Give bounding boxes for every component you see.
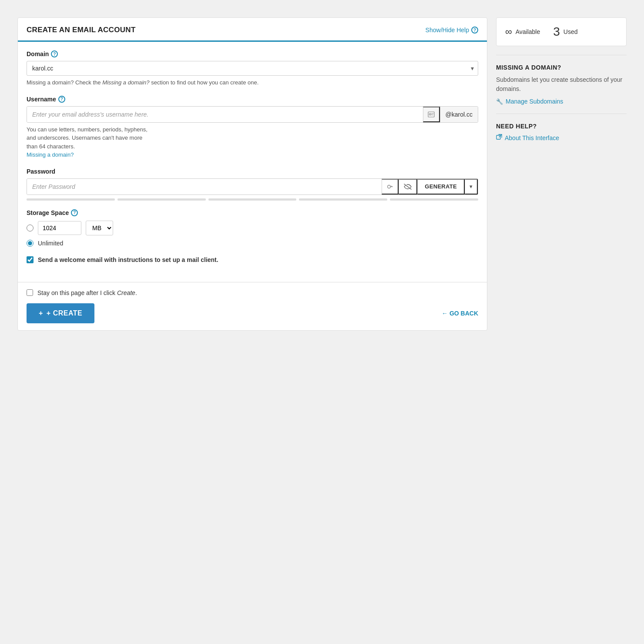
storage-custom-row: MB	[27, 221, 478, 235]
external-link-icon	[496, 134, 502, 141]
contact-card-icon	[428, 111, 435, 118]
manage-subdomains-label: Manage Subdomains	[506, 98, 563, 105]
generate-dropdown-button[interactable]: ▾	[465, 179, 478, 195]
storage-section: Storage Space ? MB Unlimited	[27, 209, 478, 247]
password-strength-icon-btn[interactable]	[382, 179, 399, 195]
password-input[interactable]	[27, 179, 382, 195]
strength-bar-3	[208, 198, 297, 201]
domain-label: Domain ?	[27, 50, 478, 57]
show-hide-help-label: Show/Hide Help	[426, 27, 469, 34]
domain-section: Domain ? karol.cc ▾ Missing a domain? Ch…	[27, 50, 478, 87]
username-input[interactable]	[27, 107, 423, 122]
main-panel: CREATE AN EMAIL ACCOUNT Show/Hide Help ?…	[17, 17, 487, 331]
sidebar-need-help-section: NEED HELP? About This Interface	[496, 114, 627, 150]
availability-card: ∞ Available 3 Used	[496, 17, 627, 46]
domain-select-wrapper: karol.cc ▾	[27, 61, 478, 76]
create-button[interactable]: + + CREATE	[27, 303, 94, 323]
used-count: 3	[553, 25, 560, 39]
stay-on-page-checkbox[interactable]	[27, 289, 33, 296]
panel-footer: Stay on this page after I click Create. …	[18, 282, 487, 330]
infinity-icon: ∞	[505, 26, 512, 37]
welcome-email-section: Send a welcome email with instructions t…	[27, 255, 478, 265]
storage-unlimited-row: Unlimited	[27, 240, 478, 247]
create-button-label: + CREATE	[47, 309, 82, 317]
show-hide-help-link[interactable]: Show/Hide Help ?	[426, 27, 478, 34]
domain-hint: Missing a domain? Check the Missing a do…	[27, 78, 478, 87]
strength-bar-1	[27, 198, 115, 201]
go-back-link[interactable]: ← GO BACK	[442, 310, 478, 317]
stay-on-page-row: Stay on this page after I click Create.	[27, 289, 478, 296]
generate-password-button[interactable]: GENERATE	[417, 179, 465, 195]
storage-amount-input[interactable]	[38, 221, 81, 235]
password-visibility-toggle[interactable]	[399, 179, 417, 195]
svg-point-1	[429, 113, 431, 115]
available-label: Available	[516, 28, 540, 35]
available-item: ∞ Available	[505, 26, 540, 37]
eye-slash-icon	[403, 183, 412, 190]
username-contact-icon-btn[interactable]	[423, 107, 440, 122]
domain-help-icon[interactable]: ?	[51, 50, 58, 57]
strength-bar-4	[299, 198, 387, 201]
sidebar-missing-domain-text: Subdomains let you create subsections of…	[496, 75, 627, 94]
username-label: Username ?	[27, 96, 478, 103]
sidebar: ∞ Available 3 Used MISSING A DOMAIN? Sub…	[496, 17, 627, 331]
storage-label: Storage Space ?	[27, 209, 478, 216]
about-this-interface-link[interactable]: About This Interface	[496, 134, 627, 141]
password-label: Password	[27, 168, 478, 175]
storage-options: MB Unlimited	[27, 221, 478, 247]
help-circle-icon: ?	[471, 27, 478, 34]
storage-unlimited-label: Unlimited	[38, 240, 63, 247]
welcome-email-checkbox[interactable]	[27, 256, 34, 263]
password-section: Password	[27, 168, 478, 201]
footer-actions: + + CREATE ← GO BACK	[27, 303, 478, 323]
storage-help-icon[interactable]: ?	[71, 209, 78, 216]
username-domain-suffix: @karol.cc	[440, 107, 478, 122]
stay-on-page-label: Stay on this page after I click Create.	[37, 289, 137, 296]
panel-body: Domain ? karol.cc ▾ Missing a domain? Ch…	[18, 42, 487, 282]
sidebar-need-help-title: NEED HELP?	[496, 123, 627, 130]
storage-unlimited-radio[interactable]	[27, 240, 34, 247]
username-section: Username ? @karol.cc You can u	[27, 96, 478, 159]
welcome-email-label: Send a welcome email with instructions t…	[38, 255, 218, 265]
username-help-icon[interactable]: ?	[58, 96, 65, 103]
username-input-wrapper: @karol.cc	[27, 106, 478, 123]
used-label: Used	[564, 28, 578, 35]
password-input-wrapper: GENERATE ▾	[27, 178, 478, 195]
storage-custom-radio[interactable]	[27, 225, 34, 231]
domain-select[interactable]: karol.cc	[27, 61, 478, 76]
svg-rect-3	[496, 135, 500, 139]
strength-bar-2	[117, 198, 206, 201]
missing-domain-link[interactable]: Missing a domain?	[27, 151, 74, 158]
panel-header: CREATE AN EMAIL ACCOUNT Show/Hide Help ?	[18, 18, 487, 42]
used-item: 3 Used	[553, 25, 577, 39]
sidebar-missing-domain-title: MISSING A DOMAIN?	[496, 64, 627, 71]
manage-subdomains-link[interactable]: 🔧 Manage Subdomains	[496, 98, 627, 105]
panel-title: CREATE AN EMAIL ACCOUNT	[27, 26, 136, 34]
sidebar-missing-domain-section: MISSING A DOMAIN? Subdomains let you cre…	[496, 55, 627, 114]
key-icon	[386, 183, 393, 190]
storage-unit-select[interactable]: MB	[86, 221, 113, 235]
strength-bar-5	[390, 198, 478, 201]
password-strength-bars	[27, 198, 478, 201]
about-interface-label: About This Interface	[505, 134, 559, 141]
username-hint: You can use letters, numbers, periods, h…	[27, 125, 478, 159]
create-plus-icon: +	[39, 309, 43, 317]
wrench-icon: 🔧	[496, 98, 503, 105]
